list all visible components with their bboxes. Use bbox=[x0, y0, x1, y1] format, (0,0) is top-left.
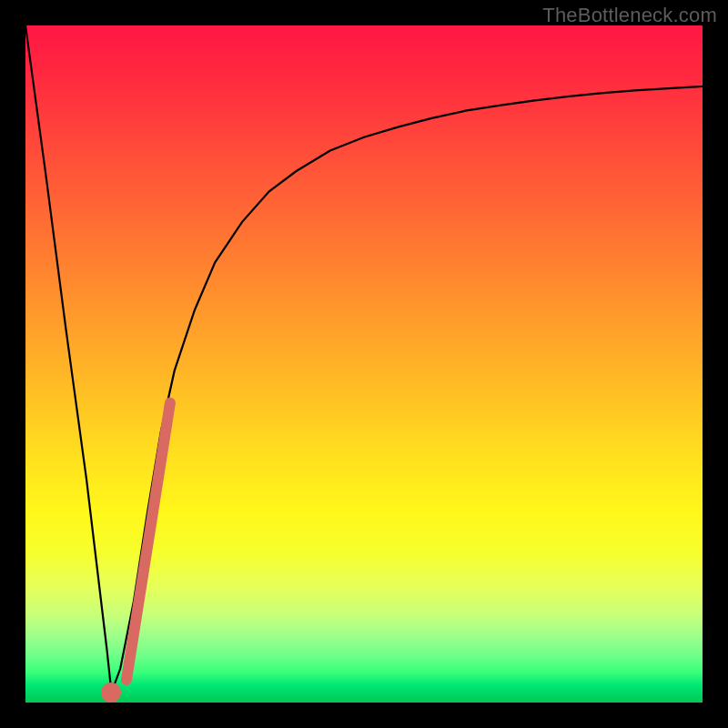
plot-area bbox=[25, 25, 703, 703]
bottleneck-curve bbox=[25, 25, 703, 703]
optimum-marker bbox=[101, 682, 121, 703]
chart-frame: TheBottleneck.com bbox=[0, 0, 728, 728]
watermark-text: TheBottleneck.com bbox=[542, 4, 717, 27]
